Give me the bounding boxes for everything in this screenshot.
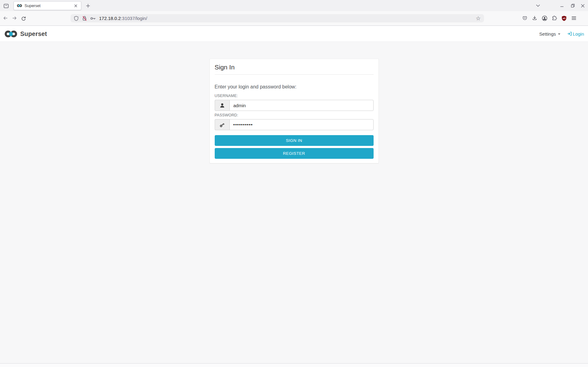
restore-icon [571,4,575,8]
superset-logo-icon [4,30,17,38]
sign-in-arrow-icon [567,31,572,36]
back-arrow-icon [3,15,8,21]
password-label: PASSWORD: [215,113,374,117]
new-tab-button[interactable] [84,2,92,10]
minimize-button[interactable] [557,2,567,10]
firefox-view-button[interactable] [2,2,10,10]
downloads-button[interactable] [531,14,539,22]
username-label: USERNAME: [215,94,374,98]
plus-icon [86,4,90,8]
caret-down-icon [558,33,560,35]
extensions-button[interactable] [550,14,558,22]
back-button[interactable] [1,14,10,22]
url-path: :31037/login/ [121,16,147,21]
key-icon [219,122,225,128]
firefox-view-icon [3,3,9,9]
forward-button[interactable] [10,14,19,22]
puzzle-icon [551,15,557,21]
username-input[interactable] [229,100,374,111]
browser-tab[interactable]: Superset [13,1,81,10]
ublock-origin-button[interactable]: uO [560,14,568,22]
account-icon [542,15,548,21]
login-link[interactable]: Login [567,31,584,37]
username-addon [215,100,229,111]
chevron-down-icon [536,4,540,7]
star-icon: ☆ [476,15,481,22]
navbar-right: Settings Login [539,26,584,42]
insecure-connection-lock-icon[interactable] [82,15,87,21]
app-menu-button[interactable] [570,14,578,22]
reload-button[interactable] [19,14,28,22]
sign-in-button[interactable]: SIGN IN [215,135,374,146]
saved-login-key-icon[interactable] [90,16,96,21]
superset-brand[interactable]: Superset [4,26,47,42]
login-label: Login [573,31,584,37]
password-input[interactable] [229,119,374,130]
sign-in-card: Sign In Enter your login and password be… [209,59,379,163]
navigation-toolbar: 172.18.0.2:31037/login/ ☆ [0,11,588,26]
list-all-tabs-button[interactable] [533,2,543,10]
close-icon [581,4,585,8]
download-icon [532,15,537,21]
account-button[interactable] [540,14,548,22]
page-content: Sign In Enter your login and password be… [0,42,588,367]
pocket-button[interactable] [521,14,529,22]
bookmark-star-button[interactable]: ☆ [474,15,482,22]
page-footer-divider [0,363,588,367]
close-icon [74,4,77,7]
svg-text:uO: uO [563,17,566,19]
brand-name: Superset [20,30,47,37]
tab-close-button[interactable] [72,2,79,9]
login-instructions: Enter your login and password below: [215,84,374,90]
ublock-shield-icon: uO [561,15,567,21]
tab-title: Superset [25,3,72,8]
settings-dropdown[interactable]: Settings [539,31,560,37]
tracking-protection-shield-icon[interactable] [74,16,79,21]
minimize-icon [560,4,564,8]
reload-icon [21,16,26,21]
close-window-button[interactable] [578,2,587,10]
pocket-icon [522,15,528,21]
hamburger-menu-icon [571,16,576,20]
user-icon [219,103,225,108]
url-text: 172.18.0.2:31037/login/ [99,16,147,21]
restore-window-button[interactable] [568,2,577,10]
address-bar[interactable]: 172.18.0.2:31037/login/ ☆ [71,14,484,22]
password-addon [215,119,229,130]
superset-navbar: Superset Settings Login [0,26,588,42]
forward-arrow-icon [12,15,17,21]
tab-bar: Superset [0,0,588,11]
superset-favicon [17,4,22,7]
card-title-divider [215,74,374,75]
register-button[interactable]: REGISTER [215,148,374,159]
url-host: 172.18.0.2 [99,16,121,21]
browser-window: Superset [0,0,588,367]
card-title: Sign In [215,64,374,71]
toolbar-extensions-area: uO [521,14,578,22]
password-input-group [215,119,374,130]
username-input-group [215,100,374,111]
settings-label: Settings [539,31,556,37]
